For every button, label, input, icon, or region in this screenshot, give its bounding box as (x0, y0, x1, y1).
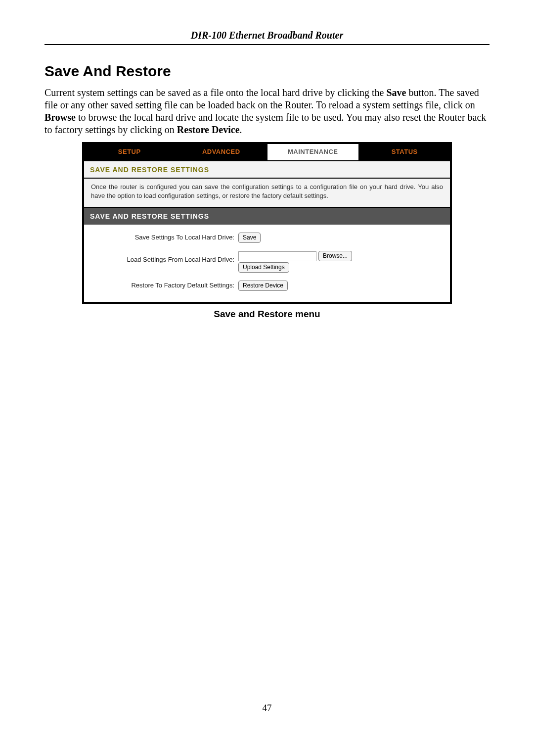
label-restore-defaults: Restore To Factory Default Settings: (91, 281, 238, 289)
intro-bold-browse: Browse (44, 112, 76, 123)
panel-title-dark: SAVE AND RESTORE SETTINGS (84, 208, 450, 225)
router-ui-panel: SETUP ADVANCED MAINTENANCE STATUS SAVE A… (82, 142, 452, 304)
save-button[interactable]: Save (238, 233, 261, 243)
restore-device-button[interactable]: Restore Device (238, 281, 288, 291)
figure-caption: Save and Restore menu (44, 309, 490, 320)
tab-status[interactable]: STATUS (359, 144, 450, 160)
row-load-settings: Load Settings From Local Hard Drive: Bro… (91, 251, 443, 273)
tab-maintenance[interactable]: MAINTENANCE (267, 144, 359, 160)
tab-setup[interactable]: SETUP (84, 144, 176, 160)
upload-settings-button[interactable]: Upload Settings (238, 262, 289, 273)
doc-header: DIR-100 Ethernet Broadband Router (44, 30, 490, 41)
intro-text: to browse the local hard drive and locat… (44, 112, 486, 135)
settings-body: Save Settings To Local Hard Drive: Save … (84, 225, 450, 302)
tab-bar: SETUP ADVANCED MAINTENANCE STATUS (84, 144, 450, 160)
intro-text: Current system settings can be saved as … (44, 87, 386, 98)
tab-advanced[interactable]: ADVANCED (176, 144, 268, 160)
file-path-input[interactable] (238, 251, 316, 261)
row-save-settings: Save Settings To Local Hard Drive: Save (91, 233, 443, 243)
label-load-settings: Load Settings From Local Hard Drive: (91, 251, 238, 263)
panel-description: Once the router is configured you can sa… (84, 179, 450, 207)
header-divider (44, 44, 490, 45)
intro-text: . (240, 124, 242, 135)
intro-bold-save: Save (386, 87, 406, 98)
intro-paragraph: Current system settings can be saved as … (44, 87, 490, 136)
browse-button[interactable]: Browse... (318, 251, 352, 261)
label-save-settings: Save Settings To Local Hard Drive: (91, 233, 238, 241)
page-number: 47 (0, 703, 534, 713)
section-title: Save And Restore (44, 63, 490, 80)
intro-bold-restore: Restore Device (177, 124, 240, 135)
panel-title-light: SAVE AND RESTORE SETTINGS (84, 161, 450, 179)
row-restore-defaults: Restore To Factory Default Settings: Res… (91, 281, 443, 291)
